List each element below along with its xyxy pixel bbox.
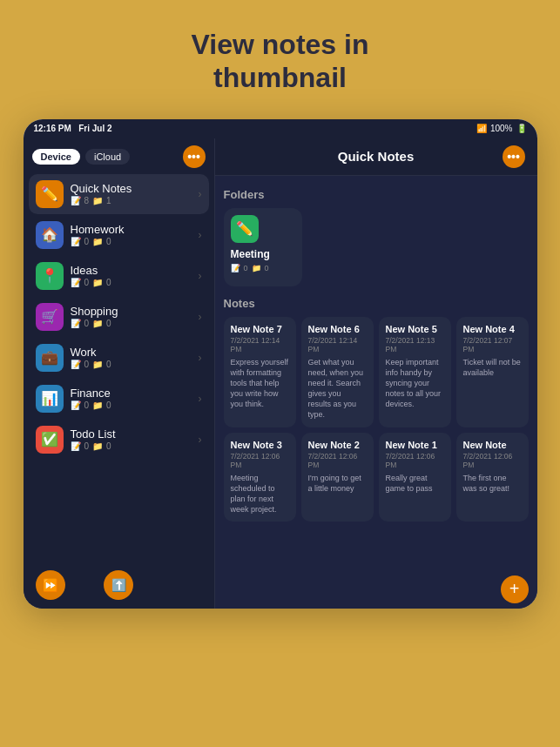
folder-count-icon: 📁 (92, 360, 103, 369)
sidebar-item-homework[interactable]: 🏠 Homework 📝0 📁0 › (29, 215, 209, 255)
note-preview: I'm going to get a little money (308, 473, 367, 494)
sidebar-item-icon: 📊 (36, 385, 64, 413)
sidebar: Device iCloud ••• ✏️ Quick Notes 📝8 📁1 ›… (24, 138, 215, 609)
sidebar-item-icon: ✏️ (36, 180, 64, 208)
note-count-icon: 📝 (71, 400, 81, 410)
sidebar-item-meta: 📝0 📁0 (71, 400, 192, 410)
chevron-icon: › (199, 434, 202, 446)
device-frame: 12:16 PM Fri Jul 2 📶 100% 🔋 Device iClou… (24, 119, 537, 609)
sidebar-item-name: Shopping (71, 305, 192, 318)
footer-share-button[interactable]: ⬆️ (104, 570, 133, 600)
battery-icon: 🔋 (516, 124, 527, 133)
folder-notes-icon: 📝 (231, 264, 240, 273)
add-note-fab[interactable]: + (501, 575, 529, 603)
sidebar-item-icon: 💼 (36, 344, 64, 372)
note-title: New Note 5 (386, 324, 444, 334)
note-card-3[interactable]: New Note 5 7/2/2021 12:13 PM Keep import… (379, 317, 451, 427)
note-preview: Keep important info handy by syncing you… (386, 357, 444, 410)
chevron-icon: › (199, 311, 202, 323)
note-date: 7/2/2021 12:06 PM (308, 452, 367, 469)
tab-device[interactable]: Device (32, 149, 80, 165)
sidebar-item-icon: 📍 (36, 262, 64, 290)
app-container: Device iCloud ••• ✏️ Quick Notes 📝8 📁1 ›… (24, 138, 537, 609)
footer-spacer (172, 570, 202, 600)
note-date: 7/2/2021 12:06 PM (463, 452, 522, 469)
sidebar-item-quick-notes[interactable]: ✏️ Quick Notes 📝8 📁1 › (29, 174, 209, 214)
note-count-icon: 📝 (71, 441, 81, 451)
note-card-6[interactable]: New Note 2 7/2/2021 12:06 PM I'm going t… (301, 433, 374, 522)
sidebar-item-meta: 📝0 📁0 (71, 441, 192, 451)
sidebar-item-work[interactable]: 💼 Work 📝0 📁0 › (29, 338, 209, 378)
note-date: 7/2/2021 12:06 PM (231, 452, 289, 469)
battery-indicator: 100% (490, 124, 513, 133)
folder-card-meeting[interactable]: ✏️ Meeting 📝 0 📁 0 (224, 208, 302, 286)
sidebar-item-content: Finance 📝0 📁0 (71, 387, 192, 410)
notes-section-label: Notes (224, 297, 529, 310)
main-more-button[interactable]: ••• (503, 145, 525, 168)
sidebar-item-icon: 🛒 (36, 303, 64, 331)
sidebar-item-todo-list[interactable]: ✅ Todo List 📝0 📁0 › (29, 420, 209, 460)
sidebar-item-ideas[interactable]: 📍 Ideas 📝0 📁0 › (29, 256, 209, 296)
status-bar: 12:16 PM Fri Jul 2 📶 100% 🔋 (24, 119, 537, 138)
note-card-7[interactable]: New Note 1 7/2/2021 12:06 PM Really grea… (379, 433, 451, 522)
sidebar-item-content: Shopping 📝0 📁0 (71, 305, 192, 328)
note-card-8[interactable]: New Note 7/2/2021 12:06 PM The first one… (456, 433, 529, 522)
note-title: New Note 7 (231, 324, 289, 334)
note-date: 7/2/2021 12:13 PM (386, 336, 444, 353)
folder-icon-meeting: ✏️ (231, 215, 259, 243)
note-title: New Note 6 (308, 324, 367, 334)
folder-meta-meeting: 📝 0 📁 0 (231, 264, 269, 273)
folder-folders-icon: 📁 (252, 264, 261, 273)
footer-play-button[interactable]: ⏩ (36, 570, 65, 600)
sidebar-item-content: Homework 📝0 📁0 (71, 223, 192, 246)
main-scroll-area[interactable]: Folders ✏️ Meeting 📝 0 📁 0 Notes (215, 176, 537, 570)
wifi-icon: 📶 (476, 124, 487, 133)
sidebar-item-shopping[interactable]: 🛒 Shopping 📝0 📁0 › (29, 297, 209, 337)
tab-icloud[interactable]: iCloud (85, 149, 130, 165)
folder-count-icon: 📁 (92, 237, 103, 246)
sidebar-item-name: Finance (71, 387, 192, 400)
sidebar-item-icon: ✅ (36, 426, 64, 454)
sidebar-item-name: Quick Notes (71, 182, 192, 195)
sidebar-item-meta: 📝8 📁1 (71, 196, 192, 205)
note-count-icon: 📝 (71, 237, 81, 246)
folder-count-icon: 📁 (92, 319, 103, 328)
note-preview: Really great game to pass (386, 473, 444, 494)
sidebar-item-meta: 📝0 📁0 (71, 278, 192, 287)
sidebar-item-meta: 📝0 📁0 (71, 237, 192, 246)
chevron-icon: › (199, 188, 202, 200)
sidebar-item-name: Ideas (71, 264, 192, 277)
note-preview: Get what you need, when you need it. Sea… (308, 357, 367, 421)
note-title: New Note 3 (231, 440, 289, 450)
sidebar-more-button[interactable]: ••• (183, 145, 206, 168)
folders-grid: ✏️ Meeting 📝 0 📁 0 (224, 208, 529, 286)
note-card-4[interactable]: New Note 4 7/2/2021 12:07 PM Ticket will… (456, 317, 529, 427)
sidebar-header: Device iCloud ••• (24, 138, 214, 173)
note-title: New Note 2 (308, 440, 367, 450)
note-card-1[interactable]: New Note 7 7/2/2021 12:14 PM Express you… (224, 317, 296, 427)
status-time: 12:16 PM Fri Jul 2 (34, 124, 112, 133)
note-title: New Note (463, 440, 522, 450)
notes-grid: New Note 7 7/2/2021 12:14 PM Express you… (224, 317, 529, 522)
folder-count-icon: 📁 (92, 441, 103, 451)
main-header: Quick Notes ••• (215, 138, 537, 176)
sidebar-item-finance[interactable]: 📊 Finance 📝0 📁0 › (29, 379, 209, 419)
chevron-icon: › (199, 270, 202, 282)
note-card-2[interactable]: New Note 6 7/2/2021 12:14 PM Get what yo… (301, 317, 374, 427)
note-title: New Note 4 (463, 324, 522, 334)
folders-section-label: Folders (224, 188, 529, 201)
page-title: View notes inthumbnail (192, 28, 369, 95)
note-preview: Ticket will not be available (463, 357, 522, 378)
sidebar-item-meta: 📝0 📁0 (71, 360, 192, 369)
sidebar-items-list: ✏️ Quick Notes 📝8 📁1 › 🏠 Homework 📝0 📁0 … (24, 173, 214, 461)
chevron-icon: › (199, 352, 202, 364)
sidebar-item-icon: 🏠 (36, 221, 64, 249)
note-date: 7/2/2021 12:14 PM (308, 336, 367, 353)
note-count-icon: 📝 (71, 196, 81, 205)
note-card-5[interactable]: New Note 3 7/2/2021 12:06 PM Meeting sch… (224, 433, 296, 522)
note-date: 7/2/2021 12:07 PM (463, 336, 522, 353)
sidebar-item-content: Quick Notes 📝8 📁1 (71, 182, 192, 205)
note-date: 7/2/2021 12:06 PM (386, 452, 444, 469)
sidebar-item-name: Work (71, 346, 192, 359)
folder-count-icon: 📁 (92, 278, 103, 287)
